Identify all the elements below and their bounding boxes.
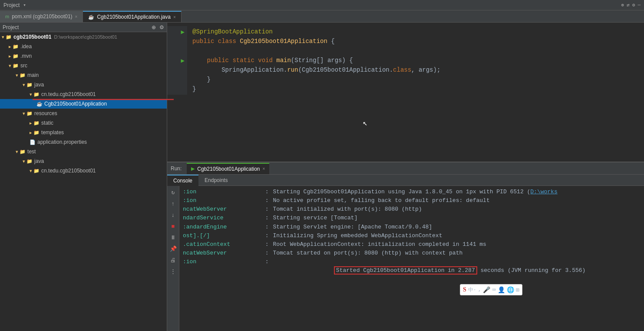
console-row-8: ncatWebServer : Tomcat started on port(s… xyxy=(183,249,641,258)
scroll-down-icon[interactable]: ↓ xyxy=(168,210,178,220)
console-sep-3: : xyxy=(262,205,272,214)
console-source-3: ncatWebServer xyxy=(183,205,261,214)
run-green-icon: ▶ xyxy=(191,166,195,172)
run-tab-label: Cgb2105boot01Application xyxy=(197,166,260,172)
gutter-line-4[interactable]: ▶ xyxy=(181,56,185,65)
ime-user-icon[interactable]: 👤 xyxy=(498,286,505,294)
console-row-5: :andardEngine : Starting Servlet engine:… xyxy=(183,223,641,232)
settings-icon[interactable]: ⚙ xyxy=(632,2,635,8)
code-line-7: } xyxy=(192,84,639,94)
ime-cloud-icon[interactable]: 🌐 xyxy=(507,286,514,294)
tab-application-java[interactable]: ☕ Cgb2105boot01Application.java × xyxy=(83,11,181,22)
ime-chinese-icon[interactable]: 中· xyxy=(468,286,476,294)
btab-endpoints[interactable]: Endpoints xyxy=(198,175,234,186)
ime-s-icon[interactable]: S xyxy=(463,286,466,293)
folder-icon12: ▾ 📁 xyxy=(23,159,33,164)
top-bar-icons: ⊕ ⇄ ⚙ — xyxy=(621,2,641,8)
tab-pom-xml[interactable]: m pom.xml (cgb2105boot01) × xyxy=(0,11,83,22)
console-row-7: .cationContext : Root WebApplicationCont… xyxy=(183,240,641,249)
more-icon[interactable]: ⋮ xyxy=(168,267,178,276)
folder-icon13: ▾ 📁 xyxy=(30,168,40,174)
classname: Cgb2105boot01Application xyxy=(240,38,331,45)
pin-icon[interactable]: 📌 xyxy=(168,244,178,254)
tree-item-package[interactable]: ▾ 📁 cn.tedu.cgb2105boot01 xyxy=(0,89,167,99)
gutter-line-1[interactable]: ▶ xyxy=(181,27,185,36)
annotation-springboot: @SpringBootApplication xyxy=(192,28,273,35)
run-call: (Cgb2105boot01Application. xyxy=(298,66,393,73)
console-source-4: ndardService xyxy=(183,214,261,222)
tree-item-static[interactable]: ▸ 📁 static xyxy=(0,118,167,128)
add-icon[interactable]: ⊕ xyxy=(152,24,156,30)
console-sep-4: : xyxy=(262,214,272,222)
tree-item-appclass[interactable]: ☕ Cgb2105boot01Application xyxy=(0,99,167,109)
ime-comma-icon[interactable]: , xyxy=(478,287,481,293)
sidebar-project-label: Project xyxy=(3,24,19,30)
tab-app-close[interactable]: × xyxy=(173,15,176,20)
folder-icon2: ▸ 📁 xyxy=(9,44,19,50)
console-output[interactable]: :ion : Starting Cgb2105boot01Application… xyxy=(179,186,644,331)
scroll-up-icon[interactable]: ↑ xyxy=(168,199,178,209)
run-tab[interactable]: ▶ Cgb2105boot01Application × xyxy=(187,163,269,174)
kw-void: void xyxy=(258,57,276,64)
appprops-label: application.properties xyxy=(37,139,87,145)
link-workspace[interactable]: D:\works xyxy=(530,189,557,195)
console-sep-8: : xyxy=(262,249,272,258)
tree-item-idea[interactable]: ▸ 📁 .idea xyxy=(0,42,167,51)
console-row-1: :ion : Starting Cgb2105boot01Application… xyxy=(183,188,641,196)
tree-item-mvn[interactable]: ▸ 📁 .mvn xyxy=(0,51,167,61)
sidebar-header-icons: ⊕ ⚙ xyxy=(152,24,164,30)
props-file-icon: 📄 xyxy=(30,139,36,145)
tree-item-src[interactable]: ▾ 📁 src xyxy=(0,61,167,70)
indent1 xyxy=(192,57,207,64)
console-row-6: ost].[/] : Initializing Spring embedded … xyxy=(183,232,641,240)
minimize-icon[interactable]: — xyxy=(637,2,641,8)
java-file-icon: ☕ xyxy=(36,101,43,107)
restart-icon[interactable]: ↻ xyxy=(168,188,178,197)
run-icon-1[interactable]: ▶ xyxy=(181,28,185,36)
bottom-panel: Run: ▶ Cgb2105boot01Application × Consol… xyxy=(167,162,644,331)
tree-item-main[interactable]: ▾ 📁 main xyxy=(0,70,167,80)
sync-icon[interactable]: ⊕ xyxy=(621,2,624,8)
settings2-icon[interactable]: ⚙ xyxy=(159,24,164,30)
folder-icon9: ▸ 📁 xyxy=(30,120,40,126)
src-label: src xyxy=(20,63,27,69)
btab-console-label: Console xyxy=(173,178,192,184)
kw-public2: public xyxy=(207,57,233,64)
indent-close: } xyxy=(192,76,211,83)
console-msg-5: Starting Servlet engine: [Apache Tomcat/… xyxy=(273,223,432,232)
idea-label: .idea xyxy=(20,43,32,50)
package-label: cn.tedu.cgb2105boot01 xyxy=(41,91,96,97)
console-msg-7: Root WebApplicationContext: initializati… xyxy=(273,240,486,249)
tree-item-root[interactable]: ▾ 📁 cgb2105boot01 D:\workspace\cgb2105bo… xyxy=(0,32,167,42)
btab-console[interactable]: Console xyxy=(167,175,198,186)
console-row-4: ndardService : Starting service [Tomcat] xyxy=(183,214,641,222)
tab-pom-close[interactable]: × xyxy=(75,14,78,19)
tree-item-resources[interactable]: ▾ 📁 resources xyxy=(0,109,167,118)
run-icon-2[interactable]: ▶ xyxy=(181,57,185,64)
tree-item-test-package[interactable]: ▾ 📁 cn.tedu.cgb2105boot01 xyxy=(0,166,167,175)
tree-item-appprops[interactable]: 📄 application.properties xyxy=(0,137,167,147)
run-tab-close[interactable]: × xyxy=(262,166,265,171)
stop-icon[interactable]: ■ xyxy=(168,222,178,231)
ime-mic-icon[interactable]: 🎤 xyxy=(483,286,490,294)
folder-icon7: ▾ 📁 xyxy=(30,92,40,97)
tree-item-templates[interactable]: ▸ 📁 templates xyxy=(0,128,167,137)
console-source-6: ost].[/] xyxy=(183,232,261,240)
transfer-icon[interactable]: ⇄ xyxy=(627,2,630,8)
pause-icon[interactable]: ⏸ xyxy=(168,233,178,242)
tree-item-test[interactable]: ▾ 📁 test xyxy=(0,147,167,156)
console-msg-4: Starting service [Tomcat] xyxy=(273,214,357,222)
ime-keyboard-icon[interactable]: ⌨ xyxy=(492,286,495,294)
paren-open: ( xyxy=(291,57,294,64)
menu-bar: ▾ xyxy=(23,2,26,8)
folder-icon3: ▸ 📁 xyxy=(9,53,19,59)
gutter: ▶ ▶ xyxy=(167,26,187,95)
method-main: main xyxy=(276,57,291,64)
ime-grid-icon[interactable]: ⊞ xyxy=(516,286,519,294)
top-bar: Project ▾ ⊕ ⇄ ⚙ — xyxy=(0,0,644,10)
tree-item-java[interactable]: ▾ 📁 java xyxy=(0,80,167,89)
print-icon[interactable]: 🖨 xyxy=(168,255,178,265)
console-row-3: ncatWebServer : Tomcat initialized with … xyxy=(183,205,641,214)
ime-toolbar: S 中· , 🎤 ⌨ 👤 🌐 ⊞ xyxy=(460,284,522,295)
tree-item-test-java[interactable]: ▾ 📁 java xyxy=(0,156,167,166)
